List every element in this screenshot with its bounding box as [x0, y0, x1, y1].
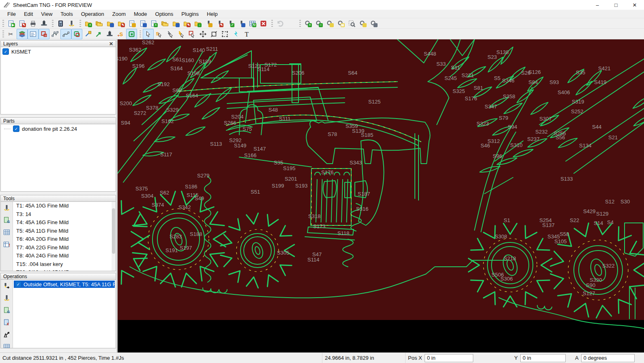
- path-label: S221: [462, 72, 474, 78]
- save-doc-button[interactable]: [137, 18, 148, 29]
- show-layers-button[interactable]: [17, 29, 28, 39]
- edit-start-points-button[interactable]: [165, 29, 176, 39]
- snap-mode-button[interactable]: ✂: [6, 29, 17, 39]
- open-tool-button[interactable]: [203, 18, 214, 29]
- add-text-button[interactable]: T: [241, 29, 252, 39]
- show-parts-button[interactable]: [39, 29, 49, 39]
- menu-options[interactable]: Options: [151, 11, 178, 17]
- path-label: S262: [142, 39, 154, 45]
- pan-view-button[interactable]: [197, 29, 208, 39]
- edit-part-button[interactable]: ✎: [181, 18, 192, 29]
- plot-button[interactable]: [39, 18, 49, 29]
- run-post-processor-button[interactable]: ▶: [6, 18, 17, 29]
- run-operation-button[interactable]: [3, 282, 11, 291]
- delete-button[interactable]: [258, 18, 269, 29]
- save-toolset-button[interactable]: [236, 18, 247, 29]
- current-tool-button[interactable]: [3, 204, 11, 213]
- tool-list-item[interactable]: T1: 45A 10G Fine Mild: [13, 202, 116, 210]
- select-contour-button[interactable]: [187, 29, 197, 39]
- tool-table-button[interactable]: [3, 229, 11, 237]
- zoom-window-button[interactable]: [346, 18, 357, 29]
- undo-button[interactable]: [275, 18, 286, 29]
- checkbox[interactable]: ✓: [13, 125, 19, 132]
- close-button[interactable]: ✕: [625, 0, 644, 10]
- add-start-point-button[interactable]: S+: [115, 29, 126, 39]
- edit-post-processor-button[interactable]: ✎: [17, 18, 28, 29]
- tool-list-item[interactable]: T5: 45A 11G Fine Mild: [13, 227, 116, 236]
- zoom-sheet-button[interactable]: [357, 18, 368, 29]
- checkbox[interactable]: ✓: [15, 281, 21, 287]
- zoom-all-button[interactable]: ▤: [335, 18, 346, 29]
- save-job-button[interactable]: [105, 18, 116, 29]
- tools-scrollbar[interactable]: [112, 202, 116, 271]
- op-table-button[interactable]: [3, 343, 11, 348]
- angle-input[interactable]: [581, 354, 635, 362]
- minimize-button[interactable]: –: [588, 0, 607, 10]
- close-icon[interactable]: ✕: [109, 41, 113, 47]
- open-part-button[interactable]: [159, 18, 170, 29]
- zoom-region-button[interactable]: [219, 29, 230, 39]
- tool-list-item[interactable]: T99: 3/16 - 1/4 65AMP: [13, 268, 116, 271]
- tool-list-item[interactable]: T3: 14: [13, 210, 116, 219]
- tool-list-item[interactable]: T15: .004 laser kery: [13, 260, 116, 269]
- machine-setup-button[interactable]: [104, 29, 115, 39]
- menu-zoom[interactable]: Zoom: [108, 11, 130, 17]
- simulate-torch-button[interactable]: [66, 18, 77, 29]
- show-cut-paths-button[interactable]: [71, 29, 82, 39]
- tool-list-item[interactable]: T7: 40A 22G Fine Mild: [13, 244, 116, 252]
- menu-help[interactable]: Help: [203, 11, 222, 17]
- menu-view[interactable]: View: [37, 11, 56, 17]
- open-job-button[interactable]: [94, 18, 105, 29]
- move-part-button[interactable]: [82, 29, 93, 39]
- menu-plugins[interactable]: Plugins: [177, 11, 203, 17]
- operation-item[interactable]: ✓Outside Offset, KISMET, T5: 45A 11G Fin…: [14, 281, 115, 288]
- tool-info-button[interactable]: !: [3, 241, 11, 249]
- zoom-in-button[interactable]: +: [303, 18, 313, 29]
- pos-y-input[interactable]: [520, 354, 566, 362]
- edit-splines-button[interactable]: [60, 29, 71, 39]
- zoom-machine-button[interactable]: [368, 18, 379, 29]
- drawing-canvas[interactable]: S262S362S190S196S140S211S61S160S189S164S…: [118, 39, 644, 353]
- menu-operation[interactable]: Operation: [77, 11, 108, 17]
- layer-item[interactable]: ✓KISMET: [1, 47, 116, 56]
- op-edit-path-button[interactable]: [3, 331, 11, 339]
- import-part-button[interactable]: ↓: [192, 18, 203, 29]
- edit-lead-ins-button[interactable]: [176, 29, 187, 39]
- measure-button[interactable]: [93, 29, 104, 39]
- menu-file[interactable]: File: [3, 11, 20, 17]
- zoom-out-button[interactable]: −: [313, 18, 324, 29]
- new-job-button[interactable]: +: [83, 18, 94, 29]
- show-part-options-button[interactable]: [28, 29, 39, 39]
- part-item[interactable]: ✓donation fire pit 2.26.24: [1, 124, 116, 133]
- pos-x-input[interactable]: [425, 354, 473, 362]
- plasma-mode-button[interactable]: [230, 29, 241, 39]
- torch-button[interactable]: [3, 294, 11, 303]
- edit-job-button[interactable]: ✎: [116, 18, 127, 29]
- edit-tool-button[interactable]: ✎: [214, 18, 225, 29]
- save-part-button[interactable]: [170, 18, 181, 29]
- tool-gcode-button[interactable]: G: [3, 216, 11, 225]
- menu-tools[interactable]: Tools: [56, 11, 77, 17]
- show-toolpaths-button[interactable]: [126, 29, 137, 39]
- menu-edit[interactable]: Edit: [20, 11, 37, 17]
- select-start-point-button[interactable]: S: [154, 29, 165, 39]
- op-gcode-button[interactable]: G: [3, 307, 11, 315]
- checkbox[interactable]: ✓: [2, 48, 9, 55]
- calculator-button[interactable]: [55, 18, 66, 29]
- path-label: S279: [197, 173, 209, 179]
- restore-button[interactable]: □: [607, 0, 625, 10]
- refresh-table-button[interactable]: ↻: [247, 18, 258, 29]
- copy-part-button[interactable]: [127, 18, 137, 29]
- op-delete-button[interactable]: x: [3, 319, 11, 327]
- select-button[interactable]: [143, 29, 154, 39]
- tool-list-item[interactable]: T6: 40A 20G Fine Mild: [13, 235, 116, 244]
- new-part-button[interactable]: +: [148, 18, 159, 29]
- zoom-part-button[interactable]: [324, 18, 335, 29]
- tool-list-item[interactable]: T8: 40A 24G Fine Mild: [13, 252, 116, 260]
- print-button[interactable]: [28, 18, 39, 29]
- tool-list-item[interactable]: T4: 45A 16G Fine Mild: [13, 218, 116, 227]
- menu-mode[interactable]: Mode: [130, 11, 151, 17]
- edit-points-button[interactable]: [49, 29, 60, 39]
- resize-part-button[interactable]: [208, 29, 219, 39]
- open-toolset-button[interactable]: ✓: [225, 18, 236, 29]
